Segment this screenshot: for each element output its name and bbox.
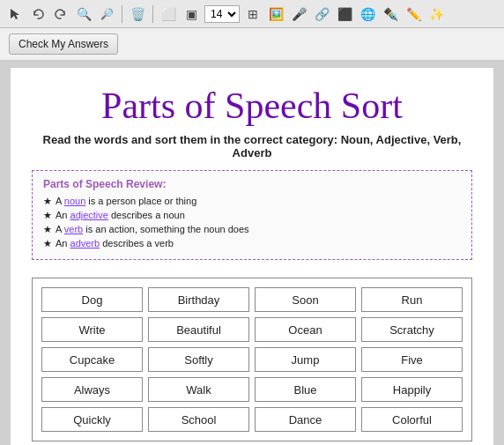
- delete-icon[interactable]: 🗑️: [128, 4, 147, 24]
- word-cell[interactable]: Beautiful: [148, 317, 249, 342]
- star-bullet-1: ★: [43, 196, 52, 207]
- review-adjective: ★ An adjective describes a noun: [43, 210, 461, 221]
- adverb-link[interactable]: adverb: [70, 238, 100, 248]
- word-cell[interactable]: Soon: [255, 287, 356, 312]
- page-content: Parts of Speech Sort Read the words and …: [11, 68, 493, 445]
- separator-2: [152, 5, 153, 23]
- check-answers-button[interactable]: Check My Answers: [9, 33, 118, 55]
- word-cell[interactable]: Dance: [255, 407, 356, 432]
- mic-icon[interactable]: 🎤: [289, 4, 308, 24]
- word-cell[interactable]: Blue: [255, 377, 356, 402]
- word-grid: DogBirthdaySoonRunWriteBeautifulOceanScr…: [32, 278, 472, 441]
- verb-link[interactable]: verb: [64, 224, 83, 234]
- word-cell[interactable]: Scratchy: [361, 317, 463, 342]
- word-cell[interactable]: Dog: [41, 287, 143, 312]
- star-bullet-3: ★: [43, 224, 52, 235]
- word-cell[interactable]: Quickly: [41, 407, 143, 432]
- word-cell[interactable]: Happily: [361, 377, 463, 402]
- font-size-select[interactable]: 14: [204, 5, 240, 23]
- grid-icon[interactable]: ⊞: [243, 4, 263, 24]
- star-bullet-2: ★: [43, 210, 52, 221]
- pencil-icon[interactable]: ✏️: [404, 4, 423, 24]
- frame2-icon[interactable]: ▣: [182, 4, 201, 24]
- word-cell[interactable]: Ocean: [255, 317, 356, 342]
- pen-icon[interactable]: ✒️: [381, 4, 400, 24]
- link-icon[interactable]: 🔗: [312, 4, 331, 24]
- zoom-out-icon[interactable]: 🔎: [97, 4, 116, 24]
- word-cell[interactable]: Always: [41, 377, 143, 402]
- star-bullet-4: ★: [43, 238, 52, 249]
- check-bar: Check My Answers: [0, 28, 504, 61]
- review-adverb: ★ An adverb describes a verb: [43, 238, 461, 249]
- page-title: Parts of Speech Sort: [32, 85, 472, 126]
- word-cell[interactable]: Birthday: [148, 287, 249, 312]
- noun-link[interactable]: noun: [64, 196, 85, 206]
- word-cell[interactable]: Walk: [148, 377, 249, 402]
- redo-icon[interactable]: [51, 4, 70, 24]
- adjective-link[interactable]: adjective: [70, 210, 108, 220]
- word-cell[interactable]: Cupcake: [41, 347, 143, 372]
- globe-icon[interactable]: 🌐: [358, 4, 377, 24]
- review-noun: ★ A noun is a person place or thing: [43, 196, 461, 207]
- word-cell[interactable]: Run: [361, 287, 463, 312]
- image-icon[interactable]: 🖼️: [266, 4, 285, 24]
- review-verb: ★ A verb is an action, something the nou…: [43, 224, 461, 235]
- word-cell[interactable]: School: [148, 407, 249, 432]
- separator-1: [122, 5, 122, 23]
- select-tool-icon[interactable]: [5, 4, 25, 24]
- toolbar: 🔍 🔎 🗑️ ⬜ ▣ 14 ⊞ 🖼️ 🎤 🔗 ⬛ 🌐 ✒️ ✏️ ✨: [0, 0, 504, 28]
- star-icon[interactable]: ✨: [426, 4, 446, 24]
- zoom-in-icon[interactable]: 🔍: [74, 4, 93, 24]
- word-cell[interactable]: Softly: [148, 347, 249, 372]
- page-subtitle: Read the words and sort them in the corr…: [32, 133, 472, 159]
- word-cell[interactable]: Colorful: [361, 407, 463, 432]
- word-cell[interactable]: Jump: [255, 347, 356, 372]
- word-cell[interactable]: Write: [41, 317, 143, 342]
- review-title: Parts of Speech Review:: [43, 178, 461, 190]
- word-cell[interactable]: Five: [361, 347, 463, 372]
- undo-icon[interactable]: [28, 4, 48, 24]
- frame-icon[interactable]: ⬜: [159, 4, 178, 24]
- rectangle-icon[interactable]: ⬛: [335, 4, 354, 24]
- review-box: Parts of Speech Review: ★ A noun is a pe…: [32, 170, 472, 260]
